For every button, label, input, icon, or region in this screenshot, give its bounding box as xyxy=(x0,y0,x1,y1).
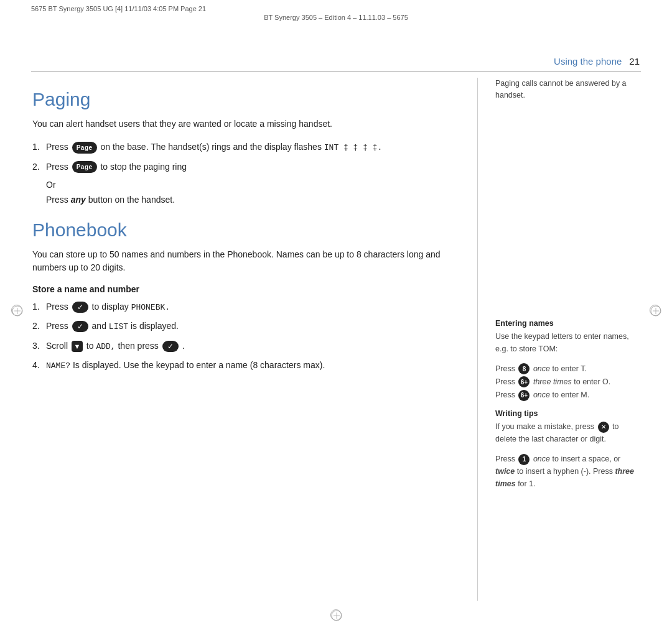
writing-tips-body1: If you make a mistake, press ✕ to delete… xyxy=(495,420,640,445)
paging-title: Paging xyxy=(32,89,459,110)
entering-names-body: Use the keypad letters to enter names, e… xyxy=(495,330,640,355)
name-question-text: NAME? xyxy=(46,361,70,371)
pb-step-4: 4. NAME? Is displayed. Use the keypad to… xyxy=(32,359,459,372)
pb-step-4-content: NAME? Is displayed. Use the keypad to en… xyxy=(46,359,459,372)
phonebook-section: Phonebook You can store up to 50 names a… xyxy=(32,220,459,372)
paging-step-1: 1. Press Page on the base. The handset(s… xyxy=(32,141,459,154)
any-text: any xyxy=(71,195,86,205)
pb-step-2: 2. Press ✓ and LIST is displayed. xyxy=(32,320,459,333)
page-number: 21 xyxy=(629,56,640,67)
crop-mark-left xyxy=(11,305,22,316)
main-content: Paging You can alert handset users that … xyxy=(32,78,640,601)
enter-o-line: Press 6+ three times to enter O. xyxy=(495,376,640,389)
down-button: ▼ xyxy=(72,341,83,352)
list-text: LIST xyxy=(109,322,128,331)
header-line1: 5675 BT Synergy 3505 UG [4] 11/11/03 4:0… xyxy=(31,5,641,12)
pb-step-num-2: 2. xyxy=(32,320,46,333)
phonebook-title: Phonebook xyxy=(32,220,459,241)
step-num-1: 1. xyxy=(32,141,46,154)
right-column: Paging calls cannot be answered by a han… xyxy=(478,78,640,601)
pb-step-1: 1. Press ✓ to display PHONEBK. xyxy=(32,300,459,314)
pb-step-2-content: Press ✓ and LIST is displayed. xyxy=(46,320,459,333)
page-title: Using the phone xyxy=(554,56,622,67)
page-button-2: Page xyxy=(72,161,97,173)
key-1-button: 1 xyxy=(518,454,530,465)
writing-tips-heading: Writing tips xyxy=(495,409,640,418)
step-1-content: Press Page on the base. The handset(s) r… xyxy=(46,141,459,154)
pb-step-num-4: 4. xyxy=(32,359,46,372)
header-area: 5675 BT Synergy 3505 UG [4] 11/11/03 4:0… xyxy=(31,5,641,21)
tick-button-3: ✓ xyxy=(162,341,179,352)
or-line: Or xyxy=(46,180,459,190)
step-2-content: Press Page to stop the paging ring xyxy=(46,160,459,173)
pb-step-num-3: 3. xyxy=(32,340,46,353)
page-header-right: Using the phone 21 xyxy=(554,56,640,67)
step-1-text1: on the base. The handset(s) rings and th… xyxy=(100,142,382,152)
phonebook-intro: You can store up to 50 names and numbers… xyxy=(32,248,459,274)
phonebk-text: PHONEBK. xyxy=(131,303,170,312)
right-note: Paging calls cannot be answered by a han… xyxy=(495,78,640,101)
step-num-2: 2. xyxy=(32,160,46,173)
header-rule xyxy=(31,72,641,72)
key-6plus-button-2: 6+ xyxy=(518,390,530,401)
pb-step-3: 3. Scroll ▼ to ADD, then press ✓ . xyxy=(32,340,459,353)
delete-button: ✕ xyxy=(598,422,609,433)
header-line2: BT Synergy 3505 – Edition 4 – 11.11.03 –… xyxy=(31,14,641,21)
step-2-text: to stop the paging ring xyxy=(100,162,187,172)
add-text: ADD, xyxy=(96,342,115,351)
key-8-button: 8 xyxy=(518,363,530,374)
paging-intro: You can alert handset users that they ar… xyxy=(32,118,459,131)
pb-step-num-1: 1. xyxy=(32,300,46,313)
crop-mark-bottom xyxy=(330,609,342,621)
paging-section: Paging You can alert handset users that … xyxy=(32,89,459,205)
pb-step-1-content: Press ✓ to display PHONEBK. xyxy=(46,300,459,314)
writing-tips-body2: Press 1 once to insert a space, or twice… xyxy=(495,453,640,490)
left-column: Paging You can alert handset users that … xyxy=(32,78,478,601)
tick-button-1: ✓ xyxy=(72,302,88,313)
entering-names-heading: Entering names xyxy=(495,319,640,328)
enter-m-line: Press 6+ once to enter M. xyxy=(495,389,640,402)
press-any-line: Press any button on the handset. xyxy=(46,195,459,205)
page-button-1: Page xyxy=(72,142,97,154)
pb-step-3-content: Scroll ▼ to ADD, then press ✓ . xyxy=(46,340,459,353)
enter-t-line: Press 8 once to enter T. xyxy=(495,363,640,376)
header-line2-text: BT Synergy 3505 – Edition 4 – 11.11.03 –… xyxy=(264,14,408,21)
paging-step-2: 2. Press Page to stop the paging ring xyxy=(32,160,459,173)
crop-mark-right xyxy=(650,305,661,316)
step-1-press: Press xyxy=(46,142,71,152)
header-line1-text: 5675 BT Synergy 3505 UG [4] 11/11/03 4:0… xyxy=(31,5,206,12)
tick-button-2: ✓ xyxy=(72,321,88,332)
step-2-press: Press xyxy=(46,162,71,172)
page-container: 5675 BT Synergy 3505 UG [4] 11/11/03 4:0… xyxy=(0,0,672,638)
store-name-title: Store a name and number xyxy=(32,284,459,294)
entering-names-section: Entering names Use the keypad letters to… xyxy=(495,319,640,491)
key-6plus-button-1: 6+ xyxy=(518,376,530,387)
